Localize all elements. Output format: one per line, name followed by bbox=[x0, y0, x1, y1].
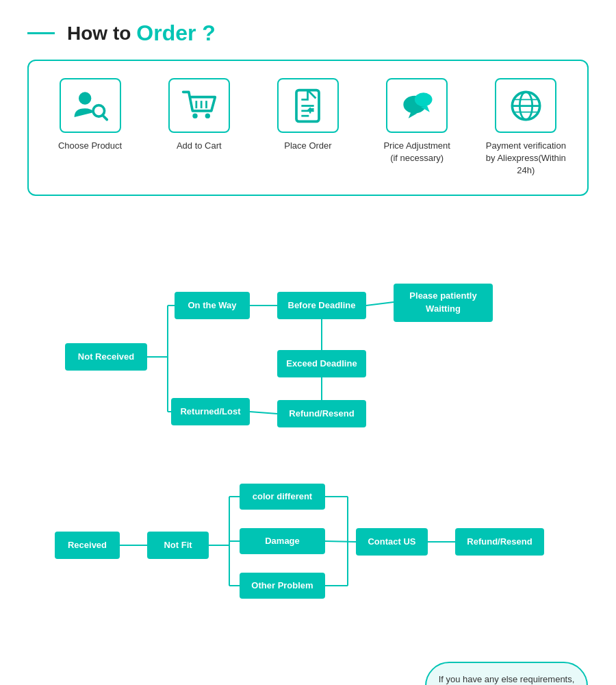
refund-resend2-box: Refund/Resend bbox=[455, 528, 544, 556]
received-flow-section: Received Not Fit color different Damage … bbox=[0, 456, 616, 648]
step-place-order: Place Order bbox=[260, 78, 356, 152]
damage-box: Damage bbox=[240, 528, 325, 554]
how-to-order-section: How to Order ? Choose Product bbox=[0, 0, 616, 210]
step-choose-product: Choose Product bbox=[42, 78, 138, 152]
flow-area-1: Not Received On the Way Returned/Lost Be… bbox=[27, 223, 589, 443]
other-problem-box: Other Problem bbox=[240, 573, 325, 599]
place-order-icon-box bbox=[277, 78, 339, 133]
add-to-cart-icon-box bbox=[168, 78, 230, 133]
flow-area-2: Received Not Fit color different Damage … bbox=[27, 463, 589, 634]
chat-bubble-icon bbox=[398, 87, 436, 125]
add-to-cart-label: Add to Cart bbox=[177, 140, 222, 152]
svg-point-4 bbox=[205, 113, 210, 118]
robot-area: If you have any else requirements, you c… bbox=[424, 662, 589, 685]
title-prefix: How to bbox=[67, 23, 131, 45]
not-received-flow-section: Not Received On the Way Returned/Lost Be… bbox=[0, 210, 616, 456]
choose-product-label: Choose Product bbox=[58, 140, 122, 152]
svg-line-27 bbox=[250, 412, 277, 414]
exceed-deadline-box: Exceed Deadline bbox=[277, 350, 366, 377]
section-title: How to Order ? bbox=[27, 21, 589, 46]
step-price-adjustment: Price Adjustment(if necessary) bbox=[369, 78, 465, 164]
contact-us-box: Contact US bbox=[356, 528, 428, 556]
not-fit-box: Not Fit bbox=[147, 532, 209, 559]
price-adjustment-icon-box bbox=[386, 78, 448, 133]
received-box: Received bbox=[55, 532, 120, 559]
order-steps-box: Choose Product Add to Cart bbox=[27, 60, 589, 196]
speech-bubble: If you have any else requirements, you c… bbox=[425, 662, 589, 685]
person-search-icon bbox=[71, 87, 109, 125]
price-adjustment-label: Price Adjustment(if necessary) bbox=[383, 140, 450, 164]
svg-point-3 bbox=[193, 113, 198, 118]
globe-icon bbox=[507, 87, 545, 125]
place-order-label: Place Order bbox=[284, 140, 331, 152]
svg-line-2 bbox=[103, 115, 107, 119]
on-the-way-box: On the Way bbox=[175, 292, 250, 319]
svg-point-0 bbox=[79, 92, 91, 104]
please-wait-box: Please patientlyWaitting bbox=[394, 284, 493, 322]
payment-verification-icon-box bbox=[495, 78, 556, 133]
notes-section: 1.Please Check the Shipping information … bbox=[0, 648, 616, 685]
not-received-box: Not Received bbox=[65, 343, 147, 371]
returned-lost-box: Returned/Lost bbox=[171, 398, 250, 425]
title-green: Order ? bbox=[136, 21, 216, 46]
title-line-decoration bbox=[27, 32, 55, 34]
cart-icon bbox=[180, 87, 218, 125]
step-add-to-cart: Add to Cart bbox=[151, 78, 247, 152]
svg-line-24 bbox=[366, 302, 394, 306]
speech-line1: If you have any else requirements, bbox=[439, 674, 575, 684]
color-different-box: color different bbox=[240, 484, 325, 510]
before-deadline-box: Before Deadline bbox=[277, 292, 366, 319]
choose-product-icon-box bbox=[60, 78, 121, 133]
svg-line-36 bbox=[325, 541, 356, 542]
payment-verification-label: Payment verificationby Aliexpress(Within… bbox=[478, 140, 574, 177]
svg-point-13 bbox=[414, 92, 432, 106]
refund-resend1-box: Refund/Resend bbox=[277, 400, 366, 427]
step-payment-verification: Payment verificationby Aliexpress(Within… bbox=[478, 78, 574, 177]
document-icon bbox=[289, 87, 326, 125]
